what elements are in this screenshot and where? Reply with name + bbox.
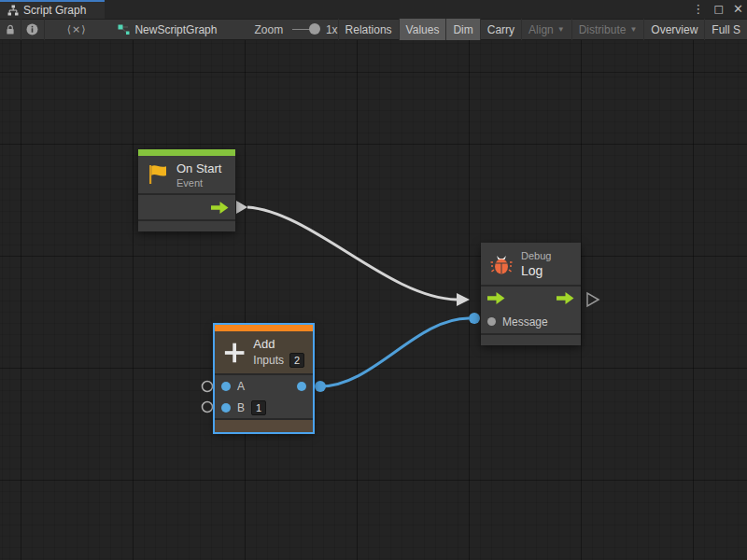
align-button[interactable]: Align ▼ (521, 19, 571, 40)
exec-wire-onstart-to-log[interactable] (247, 207, 457, 300)
node-title: Add (253, 337, 304, 351)
port-b-value-field[interactable]: 1 (251, 400, 266, 415)
graph-toolbar: ⟨×⟩ NewScriptGraph Zoom 1x Relations Val… (0, 19, 747, 40)
chevron-down-icon: ▼ (557, 25, 565, 34)
value-socket-message-input[interactable] (469, 313, 480, 324)
dim-button[interactable]: Dim (445, 19, 479, 40)
node-subtitle: Event (176, 177, 221, 189)
tab-script-graph[interactable]: Script Graph (0, 0, 105, 19)
fullscreen-button[interactable]: Full S (704, 19, 747, 40)
node-add[interactable]: Add Inputs 2 A B 1 (215, 325, 313, 432)
zoom-value: 1x (326, 23, 338, 36)
node-title: Log (521, 263, 551, 278)
lock-icon[interactable] (0, 19, 21, 40)
graph-name-label: NewScriptGraph (134, 23, 217, 36)
exec-output-socket-on-start[interactable] (236, 201, 247, 214)
edit-source-icon[interactable]: ⟨×⟩ (62, 19, 92, 40)
node-footer (481, 335, 581, 345)
output-port-sum[interactable] (297, 382, 306, 391)
graph-breadcrumb[interactable]: NewScriptGraph (118, 23, 217, 36)
carry-button[interactable]: Carry (480, 19, 521, 40)
values-button[interactable]: Values (399, 19, 446, 40)
node-category: Debug (521, 250, 551, 261)
chevron-down-icon: ▼ (629, 25, 637, 34)
value-socket-add-b[interactable] (203, 402, 213, 413)
overview-button[interactable]: Overview (643, 19, 704, 40)
zoom-slider[interactable] (292, 29, 318, 30)
node-footer (215, 420, 313, 432)
menu-icon[interactable]: ⋮ (692, 0, 704, 19)
bug-icon (489, 252, 514, 276)
wires-layer (0, 40, 747, 560)
port-label-b: B (237, 401, 245, 414)
distribute-button[interactable]: Distribute ▼ (571, 19, 644, 40)
input-port-a[interactable] (221, 382, 231, 391)
exec-output-port[interactable] (557, 292, 574, 304)
inputs-count-stepper[interactable]: 2 (289, 353, 304, 368)
value-socket-add-a[interactable] (203, 382, 213, 392)
close-icon[interactable]: ✕ (733, 0, 743, 19)
message-input-port[interactable] (487, 317, 496, 326)
node-accent-bar (215, 325, 313, 331)
graph-asset-icon (118, 24, 130, 35)
node-on-start[interactable]: On Start Event (138, 149, 235, 231)
node-subtitle: Inputs (253, 354, 284, 367)
input-port-b[interactable] (221, 403, 231, 413)
tab-title: Script Graph (23, 4, 86, 17)
plus-icon (223, 341, 246, 365)
window-tab-bar: Script Graph ⋮ ◻ ✕ (0, 0, 747, 19)
node-title: On Start (176, 161, 221, 175)
port-label-message: Message (502, 315, 548, 329)
toolbar-buttons: Relations Values Dim Carry Align ▼ Distr… (338, 19, 747, 40)
node-debug-log[interactable]: Debug Log Message (481, 243, 581, 345)
zoom-slider-handle[interactable] (309, 23, 320, 35)
exec-input-port[interactable] (487, 292, 505, 304)
exec-output-socket-log[interactable] (587, 293, 599, 306)
node-footer (138, 221, 235, 231)
flag-icon (147, 163, 169, 186)
value-socket-add-output[interactable] (315, 381, 326, 392)
hierarchy-icon (7, 5, 19, 16)
relations-button[interactable]: Relations (338, 19, 399, 40)
maximize-icon[interactable]: ◻ (713, 0, 724, 19)
exec-wire-arrowhead[interactable] (457, 293, 470, 306)
info-icon[interactable] (21, 19, 44, 40)
exec-output-port[interactable] (211, 202, 229, 214)
value-wire-add-to-message[interactable] (320, 318, 469, 386)
node-accent-bar (138, 149, 235, 156)
port-label-a: A (237, 380, 245, 393)
zoom-label: Zoom (254, 23, 283, 36)
graph-canvas[interactable]: On Start Event Debug Log (0, 40, 747, 560)
